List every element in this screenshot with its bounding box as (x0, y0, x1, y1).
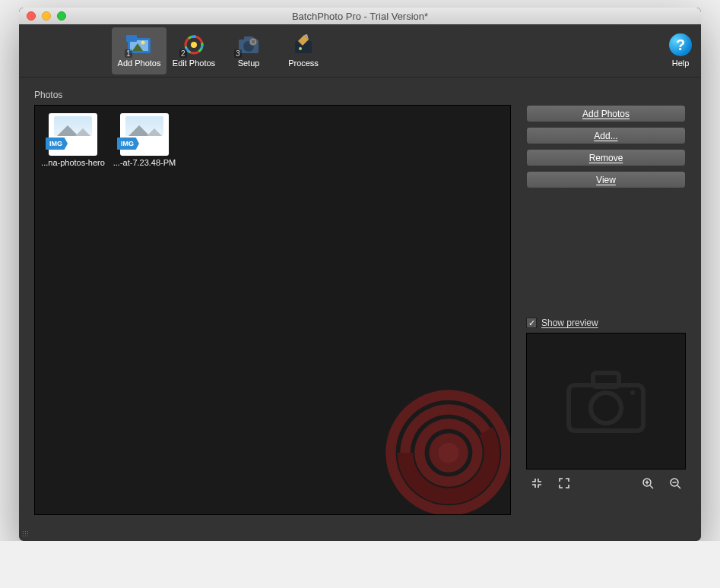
svg-point-18 (439, 443, 459, 463)
tab-label: Setup (238, 58, 260, 68)
img-badge: IMG (46, 138, 68, 150)
photo-thumbnail[interactable]: IMG ...na-photos-hero (43, 113, 103, 167)
edit-photos-icon: 2 (181, 33, 207, 56)
preview-controls (526, 469, 686, 489)
button-label: Add Photos (582, 109, 630, 119)
button-label: View (596, 175, 616, 185)
window-title: BatchPhoto Pro - Trial Version* (19, 11, 701, 22)
maximize-icon[interactable] (57, 11, 66, 21)
minimize-icon[interactable] (42, 11, 51, 21)
add-photos-icon: 1 (126, 33, 152, 56)
process-icon (290, 33, 316, 56)
tab-edit-photos[interactable]: 2 Edit Photos (167, 27, 221, 74)
titlebar: BatchPhoto Pro - Trial Version* (19, 8, 701, 24)
button-label: Add... (594, 131, 617, 141)
traffic-lights (19, 11, 66, 21)
photo-thumbnail[interactable]: IMG ...-at-7.23.48-PM (114, 113, 175, 167)
photo-grid[interactable]: IMG ...na-photos-hero IMG ...-at-7.23.48… (34, 105, 511, 515)
tab-label: Process (288, 58, 319, 68)
photos-section-label: Photos (34, 90, 686, 100)
fit-out-icon[interactable] (558, 477, 570, 489)
step-number: 1 (125, 49, 132, 58)
zoom-out-icon[interactable] (669, 477, 681, 489)
tab-setup[interactable]: 3 Setup (221, 27, 276, 74)
preview-box (526, 333, 686, 469)
toolbar-tabs: 1 Add Photos 2 Edit Photos 3 Setup (112, 27, 331, 74)
show-preview-checkbox[interactable]: ✓ (526, 318, 537, 328)
svg-point-17 (299, 47, 302, 50)
add-button[interactable]: Add... (526, 127, 686, 144)
side-panel: Add Photos Add... Remove View ✓ Show pre… (526, 105, 686, 515)
svg-rect-20 (593, 373, 619, 387)
img-badge: IMG (117, 138, 139, 150)
thumbnail-label: ...na-photos-hero (41, 158, 105, 167)
step-number: 3 (234, 49, 242, 58)
button-label: Remove (589, 153, 623, 163)
help-button[interactable]: ? Help (669, 33, 692, 68)
setup-icon: 3 (236, 33, 262, 56)
svg-rect-4 (126, 35, 137, 42)
step-number: 2 (179, 49, 187, 58)
resize-grip[interactable] (19, 530, 701, 541)
camera-placeholder-icon (564, 367, 648, 435)
svg-rect-13 (252, 40, 255, 43)
app-window: BatchPhoto Pro - Trial Version* 1 Add Ph… (19, 8, 701, 541)
close-icon[interactable] (27, 11, 36, 21)
action-buttons: Add Photos Add... Remove View (526, 105, 686, 188)
add-photos-button[interactable]: Add Photos (526, 105, 686, 122)
show-preview-row: ✓ Show preview (526, 318, 686, 328)
tab-label: Add Photos (118, 58, 161, 68)
svg-line-28 (677, 485, 680, 488)
main-toolbar: 1 Add Photos 2 Edit Photos 3 Setup (19, 24, 701, 77)
preview-section: ✓ Show preview (526, 318, 686, 489)
check-icon: ✓ (528, 318, 535, 328)
svg-point-8 (191, 42, 197, 48)
svg-point-21 (591, 393, 621, 423)
main-row: IMG ...na-photos-hero IMG ...-at-7.23.48… (34, 105, 686, 515)
thumbnail-icon: IMG (49, 113, 97, 156)
zoom-in-icon[interactable] (642, 477, 654, 489)
svg-point-3 (141, 41, 145, 45)
watermark-swirl-icon (376, 381, 511, 515)
tab-process[interactable]: Process (276, 27, 331, 74)
fit-in-icon[interactable] (531, 477, 543, 489)
view-button[interactable]: View (526, 171, 686, 188)
thumbnail-icon: IMG (120, 113, 169, 156)
show-preview-label: Show preview (541, 318, 598, 328)
thumbnail-label: ...-at-7.23.48-PM (113, 158, 176, 167)
content-area: Photos IMG ...na-photos-hero IMG (19, 77, 701, 530)
help-label: Help (672, 58, 690, 68)
tab-label: Edit Photos (173, 58, 215, 68)
svg-point-22 (630, 390, 635, 395)
thumbnails: IMG ...na-photos-hero IMG ...-at-7.23.48… (43, 113, 503, 167)
tab-add-photos[interactable]: 1 Add Photos (112, 27, 167, 74)
svg-line-24 (650, 485, 653, 488)
remove-button[interactable]: Remove (526, 149, 686, 166)
help-icon: ? (669, 33, 692, 56)
